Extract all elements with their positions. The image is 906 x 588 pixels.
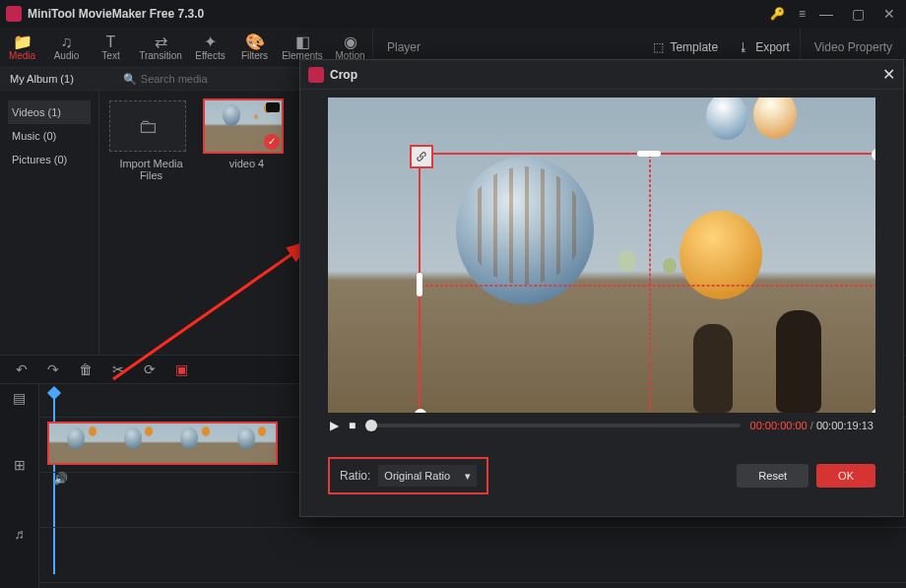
undo-button[interactable]: ↶: [16, 361, 28, 377]
redo-button[interactable]: ↷: [47, 361, 59, 377]
title-bar: MiniTool MovieMaker Free 7.3.0 🔑 ≡ — ▢ ✕: [0, 0, 906, 28]
video-badge-icon: [266, 102, 280, 112]
category-pictures[interactable]: Pictures (0): [8, 148, 91, 171]
ratio-select[interactable]: Original Ratio ▾: [378, 465, 477, 487]
crop-dialog: Crop ✕ ▶ ■ 00:00:00:00: [299, 59, 904, 517]
seek-bar[interactable]: [365, 424, 740, 427]
license-key-icon[interactable]: 🔑: [770, 7, 785, 21]
import-media-thumb[interactable]: 🗀 Import Media Files: [109, 100, 193, 345]
import-media-label: Import Media Files: [109, 158, 193, 181]
window-maximize-button[interactable]: ▢: [847, 6, 869, 22]
motion-icon: ◉: [344, 34, 357, 50]
speed-button[interactable]: ⟳: [144, 361, 156, 377]
tab-transition[interactable]: ⇄Transition: [133, 28, 188, 67]
app-title: MiniTool MovieMaker Free 7.3.0: [28, 7, 770, 21]
search-placeholder: Search media: [141, 73, 208, 85]
crop-dialog-title: Crop: [330, 68, 357, 82]
crop-handle-tr[interactable]: [872, 149, 875, 161]
sparkle-icon: ✦: [204, 34, 217, 50]
play-button[interactable]: ▶: [330, 419, 339, 432]
link-icon: [415, 150, 428, 163]
media-thumb-video4[interactable]: ✓ video 4: [205, 100, 289, 345]
total-time: 00:00:19:13: [816, 420, 874, 431]
hamburger-menu-icon[interactable]: ≡: [799, 7, 806, 21]
crop-playback-controls: ▶ ■ 00:00:00:00 / 00:00:19:13: [300, 413, 903, 432]
time-display: 00:00:00:00 / 00:00:19:13: [750, 420, 874, 431]
timeline-clip[interactable]: [49, 424, 276, 463]
media-thumb-label: video 4: [205, 158, 289, 169]
split-button[interactable]: ✂: [112, 361, 124, 377]
video-track-icon[interactable]: ⊞: [14, 457, 26, 473]
template-icon: ⬚: [653, 40, 664, 54]
search-icon: 🔍: [123, 73, 137, 86]
my-album-tab[interactable]: My Album (1): [10, 73, 74, 85]
check-icon: ✓: [264, 134, 280, 150]
crop-handle-left[interactable]: [417, 273, 422, 296]
ok-button[interactable]: OK: [816, 464, 875, 488]
search-media-input[interactable]: 🔍 Search media: [123, 73, 208, 86]
audio-track-icon[interactable]: ♬: [14, 526, 25, 542]
crop-bottom-bar: Ratio: Original Ratio ▾ Reset OK: [300, 443, 903, 508]
crop-dialog-titlebar: Crop ✕: [300, 60, 903, 90]
media-category-list: Videos (1) Music (0) Pictures (0): [0, 91, 98, 355]
crop-handle-bl[interactable]: [415, 409, 426, 413]
crop-sync-button[interactable]: [410, 145, 433, 168]
track-headers: ▤ ⊞ ♬: [0, 384, 39, 588]
tab-audio[interactable]: ♫Audio: [44, 28, 89, 67]
crop-handle-top[interactable]: [637, 151, 661, 157]
crop-handle-br[interactable]: [872, 409, 875, 413]
app-icon: [6, 6, 22, 22]
transition-icon: ⇄: [155, 34, 167, 50]
tab-media[interactable]: 📁Media: [0, 28, 44, 67]
folder-icon: 📁: [13, 34, 32, 50]
export-icon: ⭳: [738, 40, 749, 54]
chevron-down-icon: ▾: [465, 470, 471, 483]
palette-icon: 🎨: [245, 34, 265, 50]
text-icon: T: [106, 34, 116, 50]
delete-button[interactable]: 🗑: [79, 361, 93, 377]
ratio-select-value: Original Ratio: [384, 470, 450, 482]
layer-icon[interactable]: ▤: [13, 390, 26, 406]
current-time: 00:00:00:00: [750, 420, 808, 431]
folder-open-icon: 🗀: [109, 100, 186, 152]
crop-button[interactable]: ▣: [175, 361, 188, 377]
music-note-icon: ♫: [61, 34, 73, 50]
crop-dialog-icon: [308, 67, 324, 83]
tab-effects[interactable]: ✦Effects: [188, 28, 232, 67]
seek-knob[interactable]: [365, 420, 377, 431]
window-minimize-button[interactable]: —: [815, 6, 837, 22]
stop-button[interactable]: ■: [349, 419, 356, 432]
audio-track-row[interactable]: [39, 528, 906, 583]
tab-text[interactable]: TText: [89, 28, 133, 67]
ratio-label: Ratio:: [340, 469, 370, 483]
crop-preview[interactable]: [328, 98, 875, 413]
crop-dialog-close-icon[interactable]: ✕: [882, 65, 895, 84]
crop-frame[interactable]: [419, 153, 875, 413]
ratio-section: Ratio: Original Ratio ▾: [328, 457, 488, 494]
category-videos[interactable]: Videos (1): [8, 100, 91, 124]
category-music[interactable]: Music (0): [8, 124, 91, 148]
shapes-icon: ◧: [295, 34, 310, 50]
tab-filters[interactable]: 🎨Filters: [232, 28, 277, 67]
reset-button[interactable]: Reset: [737, 464, 809, 488]
window-close-button[interactable]: ✕: [878, 6, 900, 22]
